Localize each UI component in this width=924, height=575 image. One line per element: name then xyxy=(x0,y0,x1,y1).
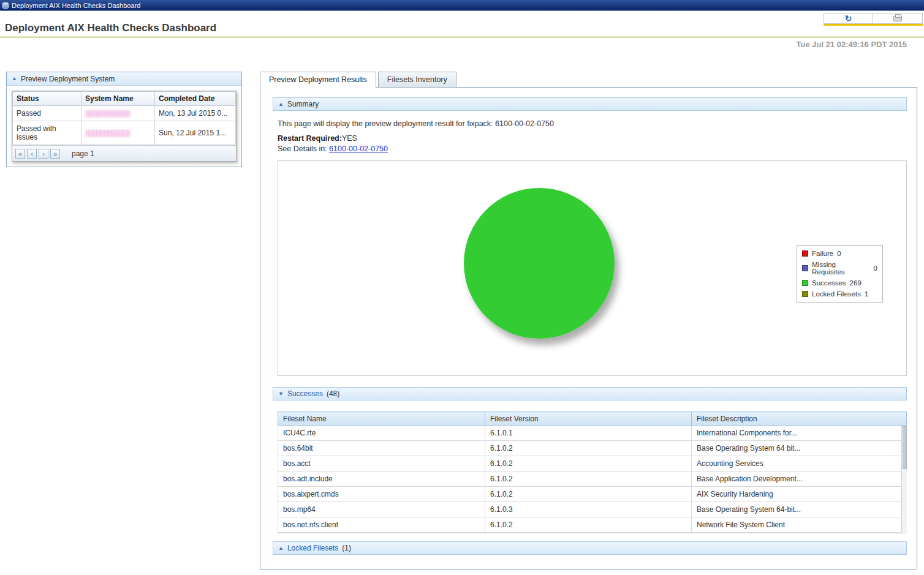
timestamp: Tue Jul 21 02:49:16 PDT 2015 xyxy=(797,40,907,49)
column-header-fileset-description[interactable]: Fileset Description xyxy=(692,412,907,426)
completed-date-cell: Mon, 13 Jul 2015 0... xyxy=(155,106,236,121)
collapse-up-icon: ▲ xyxy=(278,546,284,551)
fileset-name-cell: bos.adt.include xyxy=(278,472,485,487)
status-cell: Passed xyxy=(13,106,81,121)
fileset-version-cell: 6.1.0.2 xyxy=(485,487,692,502)
fileset-version-cell: 6.1.0.3 xyxy=(485,502,692,517)
pagination-bar: « ‹ › » page 1 xyxy=(12,145,236,161)
legend-item-failure: Failure 0 xyxy=(802,250,877,257)
app-icon xyxy=(2,2,9,9)
missing-requisites-swatch-icon xyxy=(802,265,808,271)
last-page-button[interactable]: » xyxy=(50,149,60,159)
fileset-description-cell: Network File System Client xyxy=(692,517,907,533)
fileset-row[interactable]: bos.mp64 6.1.0.3 Base Operating System 6… xyxy=(278,502,907,517)
successes-section-title: Successes xyxy=(287,389,323,398)
tab-filesets-inventory[interactable]: Filesets Inventory xyxy=(378,72,456,88)
deployment-system-panel-title: Preview Deployment System xyxy=(21,75,115,83)
legend-value: 0 xyxy=(837,250,841,257)
page-indicator: page 1 xyxy=(72,149,94,158)
legend-label: Missing Requisites xyxy=(812,261,870,276)
legend-label: Failure xyxy=(812,250,833,257)
fileset-table-header-row: Fileset Name Fileset Version Fileset Des… xyxy=(278,412,907,426)
collapse-up-icon: ▲ xyxy=(12,76,17,81)
system-table-row[interactable]: Passed with issues ▒▒▒▒▒▒▒▒▒▒▒▒ Sun, 12 … xyxy=(13,121,236,145)
refresh-button[interactable]: ↻ xyxy=(824,13,873,24)
completed-date-cell: Sun, 12 Jul 2015 1... xyxy=(155,121,236,145)
deployment-system-panel: ▲ Preview Deployment System Status Syste… xyxy=(6,72,242,167)
deployment-system-panel-header[interactable]: ▲ Preview Deployment System xyxy=(7,72,241,86)
failure-swatch-icon xyxy=(802,250,808,257)
pie-chart-area: Failure 0 Missing Requisites 0 Successes… xyxy=(278,160,907,376)
fileset-name-cell: bos.aixpert.cmds xyxy=(278,487,485,502)
fileset-description-cell: Base Operating System 64 bit... xyxy=(692,441,907,456)
legend-value: 0 xyxy=(874,265,877,272)
system-table-header-row: Status System Name Completed Date xyxy=(13,92,236,106)
fileset-name-cell: bos.net.nfs.client xyxy=(278,517,485,533)
toolbar: ↻ xyxy=(824,13,923,26)
restart-required-label: Restart Required: xyxy=(278,134,342,143)
legend-label: Successes xyxy=(812,279,846,287)
column-header-fileset-name[interactable]: Fileset Name xyxy=(278,412,485,426)
legend-value: 1 xyxy=(865,290,868,298)
refresh-icon: ↻ xyxy=(845,14,852,23)
successes-table: Fileset Name Fileset Version Fileset Des… xyxy=(278,412,907,533)
title-divider xyxy=(0,36,924,38)
fileset-version-cell: 6.1.0.2 xyxy=(485,472,692,487)
status-cell: Passed with issues xyxy=(13,121,81,145)
first-page-button[interactable]: « xyxy=(15,149,25,159)
fileset-row[interactable]: bos.acct 6.1.0.2 Accounting Services xyxy=(278,456,907,472)
deployment-system-grid: Status System Name Completed Date Passed… xyxy=(12,91,237,162)
fileset-row[interactable]: bos.net.nfs.client 6.1.0.2 Network File … xyxy=(278,517,907,533)
successes-swatch-icon xyxy=(802,280,808,286)
fileset-name-cell: bos.mp64 xyxy=(278,502,485,517)
fileset-version-cell: 6.1.0.1 xyxy=(485,426,692,441)
successes-count: (48) xyxy=(327,389,339,398)
summary-section-header[interactable]: ▲ Summary xyxy=(273,97,907,111)
fileset-version-cell: 6.1.0.2 xyxy=(485,456,692,472)
previous-page-button[interactable]: ‹ xyxy=(27,149,37,159)
printer-icon xyxy=(893,16,902,21)
fileset-row[interactable]: bos.aixpert.cmds 6.1.0.2 AIX Security Ha… xyxy=(278,487,907,502)
fileset-description-cell: AIX Security Hardening xyxy=(692,487,907,502)
window-titlebar: Deployment AIX Health Checks Dashboard xyxy=(0,0,924,11)
legend-item-successes: Successes 269 xyxy=(802,279,877,287)
fileset-description-cell: Accounting Services xyxy=(692,456,907,472)
fileset-row[interactable]: ICU4C.rte 6.1.0.1 International Componen… xyxy=(278,426,907,441)
fileset-description-cell: International Components for... xyxy=(692,426,907,441)
results-panel: ▲ Summary This page will display the pre… xyxy=(260,87,917,569)
fileset-row[interactable]: bos.64bit 6.1.0.2 Base Operating System … xyxy=(278,441,907,456)
system-name-link[interactable]: ▒▒▒▒▒▒▒▒▒▒▒▒ xyxy=(85,110,130,117)
print-button[interactable] xyxy=(873,13,923,24)
column-header-system-name[interactable]: System Name xyxy=(81,92,155,106)
successes-table-wrap: Fileset Name Fileset Version Fileset Des… xyxy=(278,412,907,533)
legend-value: 269 xyxy=(850,279,862,287)
legend-item-missing-requisites: Missing Requisites 0 xyxy=(802,261,877,276)
see-details-label: See Details in: xyxy=(278,145,327,153)
results-area: Preview Deployment Results Filesets Inve… xyxy=(260,72,917,569)
fileset-name-cell: bos.acct xyxy=(278,456,485,472)
system-name-link[interactable]: ▒▒▒▒▒▒▒▒▒▒▒▒ xyxy=(85,130,130,137)
summary-section-title: Summary xyxy=(287,100,319,108)
fileset-name-cell: ICU4C.rte xyxy=(278,426,485,441)
successes-scrollbar[interactable] xyxy=(901,426,907,533)
restart-required-value: YES xyxy=(342,134,357,143)
fileset-description-cell: Base Application Development... xyxy=(692,472,907,487)
column-header-status[interactable]: Status xyxy=(13,92,81,106)
system-table-row[interactable]: Passed ▒▒▒▒▒▒▒▒▒▒▒▒ Mon, 13 Jul 2015 0..… xyxy=(13,106,236,121)
fileset-row[interactable]: bos.adt.include 6.1.0.2 Base Application… xyxy=(278,472,907,487)
next-page-button[interactable]: › xyxy=(39,149,48,159)
locked-filesets-section-header[interactable]: ▲ Locked Filesets (1) xyxy=(273,541,907,555)
fileset-version-cell: 6.1.0.2 xyxy=(485,517,692,533)
column-header-completed-date[interactable]: Completed Date xyxy=(155,92,236,106)
legend-item-locked-filesets: Locked Filesets 1 xyxy=(802,290,877,298)
scrollbar-thumb[interactable] xyxy=(903,426,907,469)
successes-section-header[interactable]: ▼ Successes (48) xyxy=(273,387,907,400)
fixpack-details-link[interactable]: 6100-00-02-0750 xyxy=(329,145,388,153)
tab-bar: Preview Deployment Results Filesets Inve… xyxy=(260,72,917,88)
tab-preview-deployment-results[interactable]: Preview Deployment Results xyxy=(260,72,376,88)
summary-content: This page will display the preview deplo… xyxy=(278,119,907,153)
column-header-fileset-version[interactable]: Fileset Version xyxy=(485,412,692,426)
window-title: Deployment AIX Health Checks Dashboard xyxy=(12,0,140,11)
summary-description: This page will display the preview deplo… xyxy=(278,119,907,128)
collapse-down-icon: ▼ xyxy=(278,391,284,397)
